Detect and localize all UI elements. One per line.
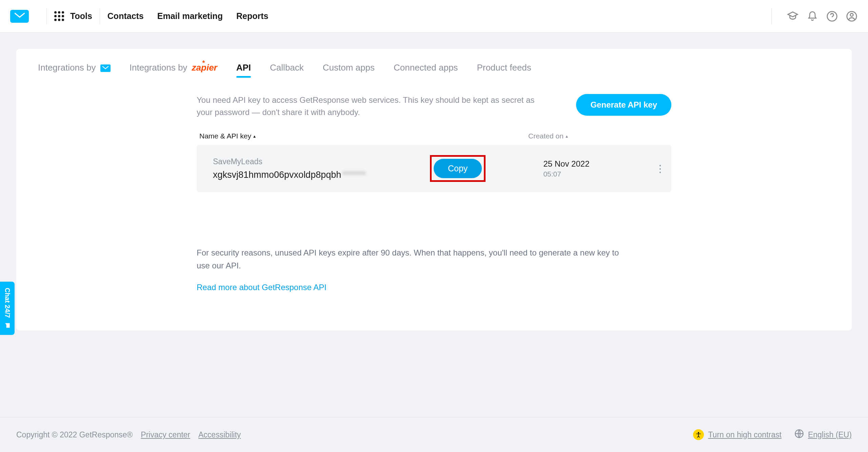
tab-product-feeds[interactable]: Product feeds [477,62,531,77]
read-more-link[interactable]: Read more about GetResponse API [197,283,327,292]
privacy-link[interactable]: Privacy center [141,430,190,439]
divider [46,8,47,24]
intro-row: You need API key to access GetResponse w… [197,94,671,118]
row-menu-icon[interactable]: ⋮ [652,163,669,174]
sort-caret-icon: ▴ [566,133,568,139]
accessibility-icon [693,429,704,440]
key-visible-part: xgksvj81hmmo06pvxoldp8pqbh [213,170,341,180]
contrast-label: Turn on high contrast [708,430,782,439]
tab-label: Integrations by [38,62,96,73]
profile-icon[interactable] [846,10,858,22]
intro-text: You need API key to access GetResponse w… [197,94,539,118]
info-text: For security reasons, unused API keys ex… [197,246,631,272]
api-key-value: xgksvj81hmmo06pvxoldp8pqbh ****** [213,170,430,180]
language-label: English (EU) [808,430,852,439]
main-card: Integrations by Integrations by zapier A… [16,49,852,331]
tab-api[interactable]: API [236,62,251,77]
chat-icon [4,322,11,329]
main-wrap: Integrations by Integrations by zapier A… [0,33,868,347]
chat-label: Chat 24/7 [3,288,11,318]
tab-integrations-zapier[interactable]: Integrations by zapier [130,62,217,77]
language-selector[interactable]: English (EU) [794,429,852,440]
api-content: You need API key to access GetResponse w… [197,94,671,292]
envelope-icon [15,13,25,20]
nav-right [764,8,858,24]
key-hidden-part: ****** [342,170,366,180]
tab-connected-apps[interactable]: Connected apps [394,62,458,77]
nav-contacts[interactable]: Contacts [107,11,144,21]
th-label: Created on [528,132,564,140]
chat-tab[interactable]: Chat 24/7 [0,282,15,335]
tab-callback[interactable]: Callback [270,62,304,77]
tabs: Integrations by Integrations by zapier A… [38,62,830,77]
table-header: Name & API key ▴ Created on ▴ [197,132,671,145]
tab-label: Integrations by [130,62,188,73]
top-nav: Tools Contacts Email marketing Reports [0,0,868,33]
created-time: 05:07 [543,170,652,178]
footer: Copyright © 2022 GetResponse® Privacy ce… [0,417,868,452]
tab-integrations-gr[interactable]: Integrations by [38,62,111,77]
column-name-apikey[interactable]: Name & API key ▴ [199,132,528,140]
nav-reports[interactable]: Reports [236,11,268,21]
tab-custom-apps[interactable]: Custom apps [323,62,375,77]
svg-point-3 [698,432,699,433]
key-column: SaveMyLeads xgksvj81hmmo06pvxoldp8pqbh *… [213,157,430,180]
nav-email-marketing[interactable]: Email marketing [157,11,223,21]
divider [771,8,772,24]
copy-highlight-box: Copy [430,155,486,182]
copy-button[interactable]: Copy [434,159,482,178]
api-key-row: SaveMyLeads xgksvj81hmmo06pvxoldp8pqbh *… [197,145,671,192]
help-icon[interactable] [826,10,838,22]
apps-grid-icon[interactable] [54,11,64,21]
divider [100,8,100,24]
footer-left: Copyright © 2022 GetResponse® Privacy ce… [16,430,241,439]
footer-right: Turn on high contrast English (EU) [693,429,852,440]
column-created-on[interactable]: Created on ▴ [528,132,568,140]
sort-caret-icon: ▴ [253,133,256,139]
info-section: For security reasons, unused API keys ex… [197,246,671,292]
gr-logo-icon [100,64,111,72]
logo[interactable] [10,10,29,23]
api-key-name: SaveMyLeads [213,157,430,166]
high-contrast-toggle[interactable]: Turn on high contrast [693,429,782,440]
copyright: Copyright © 2022 GetResponse® [16,430,133,439]
created-date: 25 Nov 2022 [543,159,652,169]
created-column: 25 Nov 2022 05:07 [543,159,652,178]
generate-api-key-button[interactable]: Generate API key [576,94,671,116]
graduation-icon[interactable] [787,10,799,22]
globe-icon [794,429,804,440]
accessibility-link[interactable]: Accessibility [198,430,241,439]
zapier-logo: zapier [192,62,217,73]
svg-point-2 [850,13,853,16]
th-label: Name & API key [199,132,251,140]
bell-icon[interactable] [806,10,818,22]
nav-tools[interactable]: Tools [70,11,92,21]
